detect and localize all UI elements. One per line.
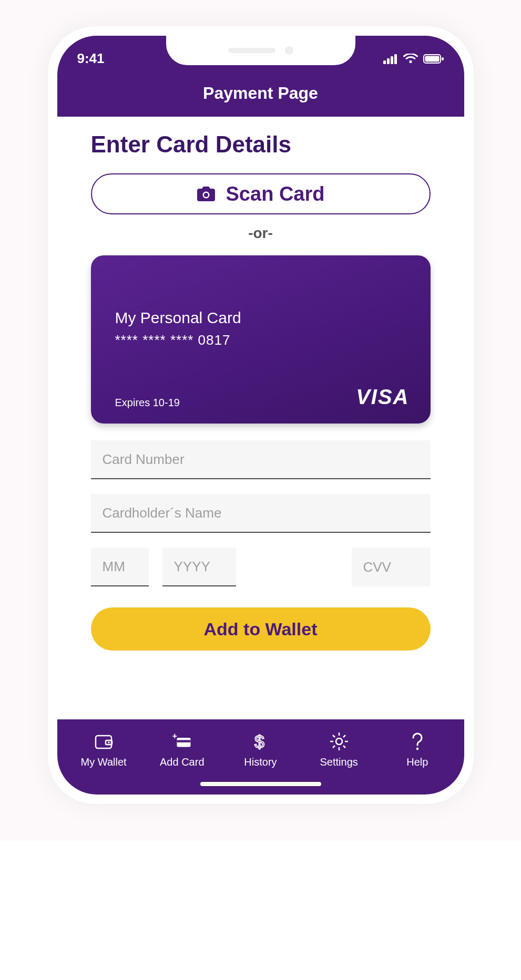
- svg-rect-5: [425, 56, 439, 61]
- svg-line-21: [333, 735, 335, 737]
- card-number-mask: **** **** **** 0817: [115, 332, 410, 348]
- camera-icon: [197, 185, 216, 202]
- tab-bar: My Wallet + Add Card $ History: [57, 719, 464, 795]
- wifi-icon: [403, 54, 418, 64]
- card-brand: VISA: [356, 385, 409, 409]
- spacer: [250, 548, 338, 586]
- speaker-icon: [228, 48, 275, 53]
- svg-rect-13: [177, 738, 191, 747]
- svg-line-23: [343, 735, 345, 737]
- svg-rect-6: [442, 57, 444, 60]
- svg-rect-14: [177, 740, 191, 742]
- svg-point-8: [204, 193, 208, 197]
- gear-icon: [329, 731, 350, 752]
- page-title: Payment Page: [57, 84, 464, 103]
- screen: 9:41: [57, 36, 464, 795]
- dollar-icon: $: [250, 731, 271, 752]
- notch: [166, 36, 355, 65]
- or-divider: -or-: [91, 225, 431, 242]
- svg-text:+: +: [172, 731, 177, 740]
- cell-signal-icon: [383, 54, 398, 64]
- expiry-cvv-row: [91, 548, 431, 586]
- section-heading: Enter Card Details: [91, 131, 431, 158]
- expiry-month-input[interactable]: [91, 548, 149, 586]
- card-preview: My Personal Card **** **** **** 0817 Exp…: [91, 255, 431, 424]
- status-time: 9:41: [77, 50, 105, 67]
- card-number-input[interactable]: [91, 440, 431, 479]
- phone-frame: 9:41: [48, 26, 474, 804]
- scan-card-label: Scan Card: [226, 183, 325, 205]
- content: Enter Card Details Scan Card -or- My Per…: [57, 117, 464, 719]
- card-name: My Personal Card: [115, 309, 410, 327]
- camera-icon: [285, 46, 293, 55]
- svg-point-16: [336, 738, 342, 745]
- tab-label: History: [244, 756, 277, 768]
- tab-add-card[interactable]: + Add Card: [150, 731, 213, 768]
- tab-settings[interactable]: Settings: [308, 731, 371, 768]
- tab-label: Help: [406, 756, 428, 768]
- battery-icon: [423, 54, 444, 64]
- card-expiry: Expires 10-19: [115, 397, 180, 409]
- home-indicator[interactable]: [200, 782, 321, 786]
- tab-label: Settings: [320, 756, 358, 768]
- svg-text:$: $: [254, 731, 264, 751]
- svg-line-22: [343, 746, 345, 748]
- status-icons: [383, 54, 444, 64]
- wallet-icon: [93, 731, 114, 752]
- cardholder-name-input[interactable]: [91, 494, 431, 533]
- cvv-input[interactable]: [352, 548, 431, 586]
- add-to-wallet-button[interactable]: Add to Wallet: [91, 607, 431, 651]
- scan-card-button[interactable]: Scan Card: [91, 173, 431, 214]
- tab-my-wallet[interactable]: My Wallet: [72, 731, 135, 768]
- add-card-icon: +: [171, 731, 192, 752]
- tab-label: Add Card: [160, 756, 205, 768]
- tab-history[interactable]: $ History: [229, 731, 292, 768]
- svg-rect-1: [387, 58, 390, 64]
- card-form: [91, 440, 431, 586]
- stage: 9:41: [0, 0, 521, 841]
- svg-rect-3: [394, 54, 397, 64]
- tab-label: My Wallet: [81, 756, 127, 768]
- svg-rect-0: [383, 60, 386, 64]
- help-icon: [407, 731, 428, 752]
- svg-line-24: [333, 746, 335, 748]
- expiry-year-input[interactable]: [162, 548, 236, 586]
- svg-rect-2: [391, 56, 393, 64]
- svg-point-11: [108, 741, 110, 744]
- tab-help[interactable]: Help: [386, 731, 449, 768]
- card-bottom-row: Expires 10-19 VISA: [115, 385, 410, 409]
- svg-point-25: [416, 748, 418, 750]
